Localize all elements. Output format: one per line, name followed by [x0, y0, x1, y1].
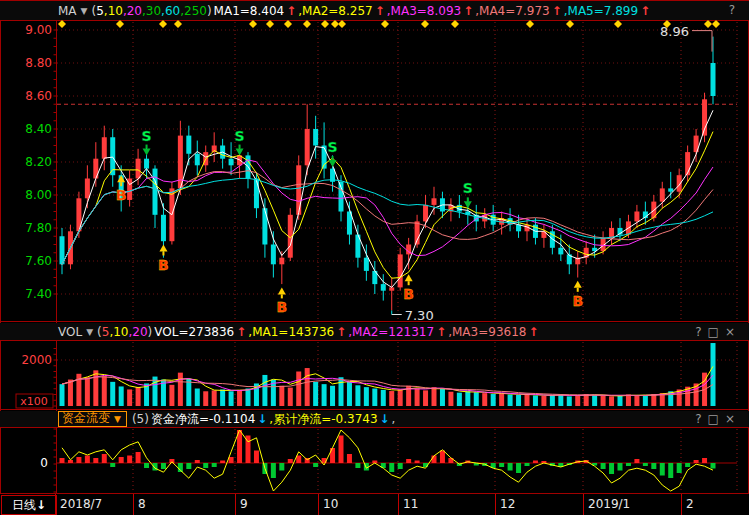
indicator-values: 资金净流=-0.1104↓,累计净流=-0.3743↓, — [151, 411, 398, 428]
help-icon[interactable]: ? — [729, 3, 735, 17]
sell-marker[interactable] — [329, 156, 337, 167]
trend-up-icon: ↑ — [336, 325, 346, 339]
event-diamond-icon[interactable] — [321, 20, 329, 28]
indicator-value: ,MA1=143736 — [248, 325, 334, 339]
date-separator — [133, 494, 134, 515]
chart-canvas[interactable]: 9.008.808.608.408.208.007.807.607.402000… — [0, 0, 749, 515]
svg-text:S: S — [327, 139, 337, 155]
trend-up-icon: ↑ — [236, 325, 246, 339]
buy-marker[interactable] — [574, 281, 582, 292]
volume-ma-line — [62, 366, 713, 396]
indicator-value: ,MA3=8.093 — [387, 4, 461, 18]
event-diamond-icon[interactable] — [421, 20, 429, 28]
event-diamond-icon[interactable] — [266, 20, 274, 28]
indicator-param: ,10 — [104, 4, 123, 18]
moneyflow-indicator-header: 资金流变▼ (5) 资金净流=-0.1104↓,累计净流=-0.3743↓, — [0, 411, 749, 427]
svg-text:8.00: 8.00 — [25, 188, 52, 202]
event-diamond-icon[interactable] — [249, 20, 257, 28]
svg-text:B: B — [403, 286, 414, 302]
indicator-param-list: (5,10,20) — [97, 325, 152, 339]
indicator-value: VOL=273836 — [154, 325, 234, 339]
ma-line — [62, 160, 713, 264]
svg-text:0: 0 — [40, 456, 48, 470]
event-diamond-icon[interactable] — [58, 20, 66, 28]
indicator-param: ,10 — [109, 325, 128, 339]
event-diamond-icon[interactable] — [284, 20, 292, 28]
date-separator — [583, 494, 584, 515]
indicator-values: MA1=8.404↑,MA2=8.257↑,MA3=8.093↑,MA4=7.9… — [214, 4, 653, 18]
event-diamond-icon[interactable] — [451, 20, 459, 28]
date-label: 2018/7 — [60, 497, 102, 511]
event-diamond-icon[interactable] — [526, 20, 534, 28]
date-label: 12 — [500, 497, 515, 511]
period-label: 日线 — [12, 497, 36, 514]
moneyflow-line — [62, 430, 713, 491]
help-icon[interactable]: ? — [695, 412, 701, 426]
svg-text:7.80: 7.80 — [25, 221, 52, 235]
period-selector[interactable]: 日线 ↓ — [1, 495, 57, 515]
indicator-value: ,MA5=7.899 — [564, 4, 638, 18]
indicator-value: ,MA4=7.973 — [475, 4, 549, 18]
event-diamond-icon[interactable] — [159, 20, 167, 28]
buy-marker[interactable] — [278, 287, 286, 298]
event-diamond-icon[interactable] — [566, 20, 574, 28]
date-axis-bar: 日线 ↓ 2018/7891011122019/12 — [0, 494, 749, 515]
high-price-annotation: 8.96 — [660, 24, 689, 39]
date-separator — [55, 494, 56, 515]
event-diamond-icon[interactable] — [381, 20, 389, 28]
indicator-param: ,30 — [142, 4, 161, 18]
help-icon[interactable]: ? — [695, 325, 701, 339]
close-icon[interactable]: × — [725, 412, 735, 426]
event-diamond-icon[interactable] — [704, 20, 712, 28]
svg-text:8.40: 8.40 — [25, 122, 52, 136]
buy-marker[interactable] — [405, 274, 413, 285]
volume-indicator-header: VOL▼ (5,10,20) VOL=273836↑,MA1=143736↑,M… — [0, 323, 749, 340]
indicator-param: ,250 — [180, 4, 207, 18]
indicator-value: ,MA2=8.257 — [298, 4, 372, 18]
sell-marker[interactable] — [143, 145, 151, 156]
date-separator — [318, 494, 319, 515]
event-diamond-icon[interactable] — [174, 20, 182, 28]
svg-text:S: S — [234, 128, 244, 144]
maximize-icon[interactable]: □ — [708, 325, 719, 339]
svg-text:9.00: 9.00 — [25, 23, 52, 37]
trend-up-icon: ↑ — [640, 4, 650, 18]
trend-down-icon: ↓ — [380, 412, 390, 426]
maximize-icon[interactable]: □ — [708, 412, 719, 426]
date-label: 2 — [686, 497, 694, 511]
trend-up-icon: ↑ — [375, 4, 385, 18]
buy-marker[interactable] — [159, 245, 167, 256]
event-diamond-icon[interactable] — [338, 20, 346, 28]
svg-text:B: B — [276, 299, 287, 315]
event-diamond-icon[interactable] — [712, 20, 720, 28]
arrow-down-icon: ↓ — [36, 498, 46, 512]
svg-text:8.80: 8.80 — [25, 56, 52, 70]
stock-app-window: 9.008.808.608.408.208.007.807.607.402000… — [0, 0, 749, 515]
close-icon[interactable]: × — [725, 325, 735, 339]
event-diamond-icon[interactable] — [614, 20, 622, 28]
sell-marker[interactable] — [464, 197, 472, 208]
indicator-param: 5 — [96, 4, 104, 18]
ma-line — [62, 171, 713, 265]
svg-text:B: B — [116, 187, 127, 203]
buy-marker[interactable] — [117, 175, 125, 186]
indicator-value: ,累计净流=-0.3743 — [269, 412, 377, 426]
moneyflow-selector[interactable]: 资金流变▼ — [58, 411, 127, 427]
indicator-value: ,MA3=93618 — [448, 325, 526, 339]
svg-text:7.40: 7.40 — [25, 287, 52, 301]
volume-window-buttons: ? □ × — [695, 325, 735, 339]
sell-marker[interactable] — [236, 145, 244, 156]
event-diamond-icon[interactable] — [303, 20, 311, 28]
date-label: 11 — [403, 497, 418, 511]
indicator-param: ,20 — [128, 325, 147, 339]
chevron-down-icon[interactable]: ▼ — [86, 327, 93, 337]
indicator-param: ,20 — [123, 4, 142, 18]
indicator-name: VOL — [58, 325, 82, 339]
chevron-down-icon[interactable]: ▼ — [81, 6, 88, 16]
indicator-values: VOL=273836↑,MA1=143736↑,MA2=121317↑,MA3=… — [154, 325, 540, 339]
volume-series — [60, 343, 716, 406]
svg-text:8.20: 8.20 — [25, 155, 52, 169]
indicator-value: , — [392, 412, 396, 426]
event-diamond-icon[interactable] — [116, 20, 124, 28]
trend-up-icon: ↑ — [286, 4, 296, 18]
